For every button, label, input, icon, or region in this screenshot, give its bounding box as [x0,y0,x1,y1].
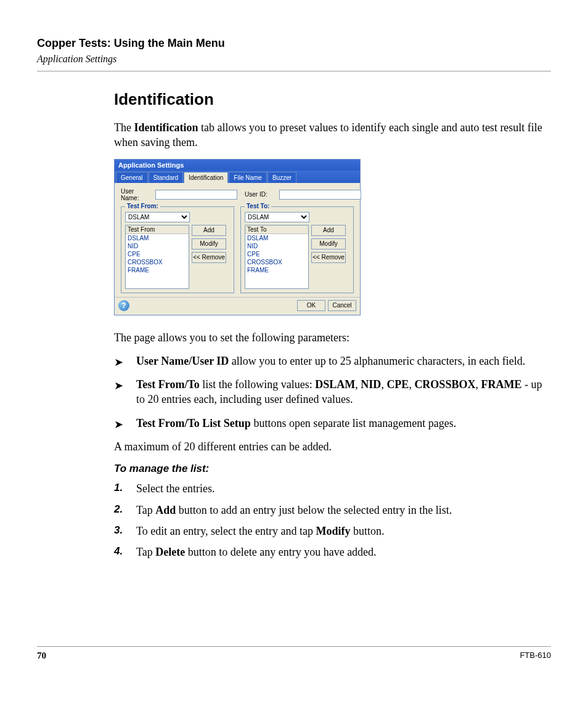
bullet-item: User Name/User ID allow you to enter up … [114,354,551,368]
bullet-item: Test From/To list the following values: … [114,377,551,407]
tab-general[interactable]: General [116,172,148,183]
test-from-listbox[interactable]: Test From DSLAM NID CPE CROSSBOX FRAME [125,225,189,289]
test-from-combo[interactable]: DSLAM [125,212,190,222]
section-heading: Identification [114,90,551,109]
test-to-listbox[interactable]: Test To DSLAM NID CPE CROSSBOX FRAME [245,225,309,289]
header-rule [37,71,551,71]
test-from-modify-button[interactable]: Modify [192,238,226,249]
user-name-input[interactable] [155,190,237,200]
tab-identification[interactable]: Identification [184,172,228,183]
step-item: Tap Delete button to delete any entry yo… [114,545,551,559]
step-item: Tap Add button to add an entry just belo… [114,503,551,517]
tab-standard[interactable]: Standard [149,172,184,183]
ok-button[interactable]: OK [297,300,325,311]
test-from-legend: Test From: [125,203,160,209]
manage-list-steps: Select the entries. Tap Add button to ad… [114,481,551,559]
test-to-legend: Test To: [245,203,271,209]
test-from-group: Test From: DSLAM Test From DSLAM NID [121,206,234,293]
doc-id: FTB-610 [520,651,551,661]
params-intro: The page allows you to set the following… [114,330,551,345]
cancel-button[interactable]: Cancel [328,300,356,311]
list-item[interactable]: CROSSBOX [245,258,308,266]
test-from-list-header: Test From [126,225,189,234]
tab-buzzer[interactable]: Buzzer [267,172,296,183]
page-footer: 70 FTB-610 [37,646,551,661]
chapter-title: Copper Tests: Using the Main Menu [37,37,551,50]
list-item[interactable]: CPE [245,250,308,258]
user-id-input[interactable] [279,190,361,200]
list-item[interactable]: FRAME [245,266,308,274]
test-to-add-button[interactable]: Add [311,225,346,236]
step-item: To edit an entry, select the entry and t… [114,524,551,538]
list-item[interactable]: FRAME [126,266,189,274]
list-item[interactable]: NID [126,242,189,250]
parameter-bullets: User Name/User ID allow you to enter up … [114,354,551,431]
tab-file-name[interactable]: File Name [229,172,267,183]
user-name-label: User Name: [121,188,153,201]
dialog-title: Application Settings [115,160,360,171]
help-icon[interactable]: ? [118,300,129,311]
footer-rule [37,646,551,647]
page-number: 70 [37,651,46,661]
test-to-modify-button[interactable]: Modify [311,238,346,249]
test-to-combo[interactable]: DSLAM [245,212,309,222]
test-to-group: Test To: DSLAM Test To DSLAM NID CPE [240,206,354,293]
intro-paragraph: The Identification tab allows you to pre… [114,120,551,150]
test-to-list-header: Test To [245,225,308,234]
max-entries-line: A maximum of 20 different entries can be… [114,439,551,454]
list-item[interactable]: NID [245,242,308,250]
test-from-add-button[interactable]: Add [192,225,226,236]
test-to-remove-button[interactable]: << Remove [311,252,346,263]
page-header: Copper Tests: Using the Main Menu Applic… [37,37,551,71]
tab-bar: General Standard Identification File Nam… [115,171,360,183]
list-item[interactable]: DSLAM [126,234,189,242]
list-item[interactable]: CPE [126,250,189,258]
list-item[interactable]: DSLAM [245,234,308,242]
bullet-item: Test From/To List Setup buttons open sep… [114,416,551,431]
list-item[interactable]: CROSSBOX [126,258,189,266]
application-settings-dialog: Application Settings General Standard Id… [114,159,361,315]
manage-list-heading: To manage the list: [114,463,551,475]
user-id-label: User ID: [245,191,277,198]
step-item: Select the entries. [114,481,551,496]
test-from-remove-button[interactable]: << Remove [192,252,226,263]
section-subtitle: Application Settings [37,54,551,65]
